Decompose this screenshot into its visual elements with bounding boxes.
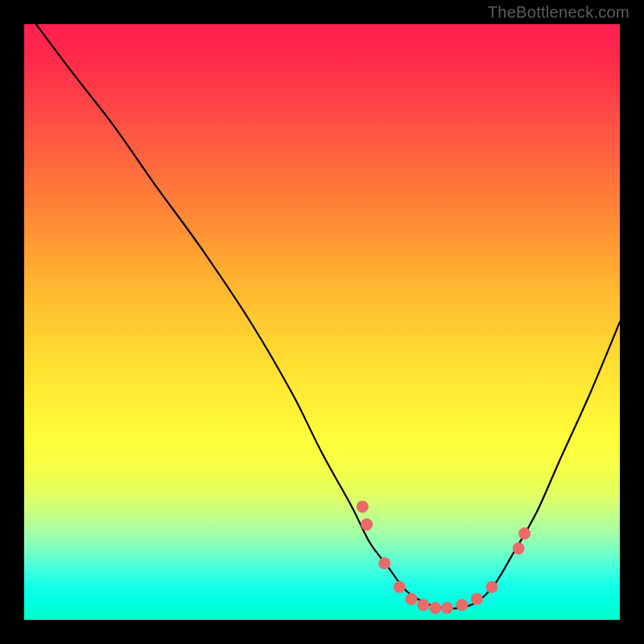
marker-dot bbox=[406, 593, 418, 605]
marker-dot bbox=[361, 518, 373, 530]
marker-dot bbox=[485, 581, 497, 593]
watermark-text: TheBottleneck.com bbox=[488, 3, 630, 22]
marker-dot bbox=[518, 527, 530, 539]
chart-frame: TheBottleneck.com bbox=[0, 0, 644, 644]
curve-layer bbox=[24, 24, 620, 620]
bottleneck-curve bbox=[36, 24, 620, 609]
marker-dots bbox=[357, 501, 530, 614]
marker-dot bbox=[471, 593, 483, 605]
marker-dot bbox=[417, 599, 429, 611]
marker-dot bbox=[429, 602, 441, 614]
plot-area bbox=[24, 24, 620, 620]
marker-dot bbox=[357, 501, 369, 513]
marker-dot bbox=[456, 599, 468, 611]
marker-dot bbox=[378, 557, 390, 569]
marker-dot bbox=[513, 543, 525, 555]
marker-dot bbox=[441, 602, 453, 614]
marker-dot bbox=[394, 581, 406, 593]
